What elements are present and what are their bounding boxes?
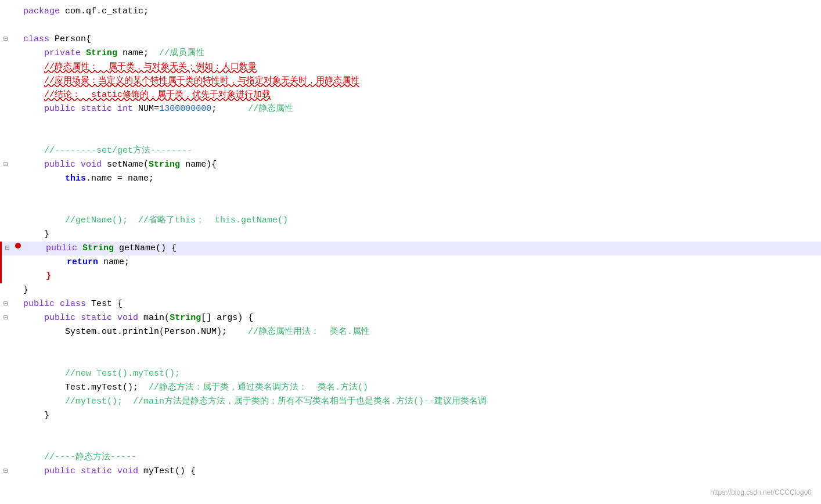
code-9 [21,116,821,130]
gutter-4 [0,46,12,48]
code-27: //new Test().myTest(); [21,367,821,381]
code-15 [21,200,821,214]
code-11: //--------set/get方法-------- [21,144,821,158]
line-5: //静态属性： 属于类，与对象无关；例如：人口数量 [0,60,821,74]
gutter-34: ⊟ [0,465,12,478]
gutter-29 [0,395,12,396]
line-23: ⊟ public static void main(String[] args)… [0,311,821,325]
gutter-30 [0,409,12,410]
line-6: //应用场景：当定义的某个特性属于类的特性时，与指定对象无关时，用静态属性 [0,74,821,88]
gutter-24 [0,325,12,326]
gutter-21 [0,283,12,285]
gutter-2 [0,19,12,20]
gutter-6 [0,74,12,75]
line-2 [0,19,821,33]
code-13: this.name = name; [21,172,821,186]
line-17: } [0,228,821,242]
code-33: //----静态方法----- [21,451,821,465]
watermark: https://blog.csdn.net/CCCClogo0 [710,487,812,498]
gutter-28 [0,381,12,382]
line-33: //----静态方法----- [0,451,821,465]
line-14 [0,186,821,200]
code-17: } [21,228,821,242]
line-27: //new Test().myTest(); [0,367,821,381]
code-24: System.out.println(Person.NUM); //静态属性用法… [21,325,821,339]
gutter-9 [0,116,12,117]
gutter-23: ⊟ [0,311,12,325]
line-28: Test.myTest(); //静态方法：属于类，通过类名调方法： 类名.方法… [0,381,821,395]
line-7: //结论： static修饰的，属于类，优先于对象进行加载 [0,88,821,102]
gutter-7 [0,88,12,89]
gutter-31 [0,423,12,424]
line-24: System.out.println(Person.NUM); //静态属性用法… [0,325,821,339]
line-12: ⊟ public void setName(String name){ [0,158,821,172]
line-9 [0,116,821,130]
gutter-10 [0,130,12,131]
gutter-11 [0,144,12,145]
code-25 [21,339,821,353]
code-2 [21,19,821,33]
code-3: class Person{ [21,33,821,46]
gutter-27 [0,367,12,368]
line-1: package com.qf.c_static; [0,5,821,19]
gutter-12: ⊟ [0,158,12,171]
code-31 [21,423,821,437]
line-16: //getName(); //省略了this； this.getName() [0,214,821,228]
line-13: this.name = name; [0,172,821,186]
line-29: //myTest(); //main方法是静态方法，属于类的；所有不写类名相当于… [0,395,821,409]
line-21: } [0,283,821,297]
code-editor: package com.qf.c_static; ⊟ class Person{… [0,0,821,504]
line-4: private String name; //成员属性 [0,46,821,60]
line-31 [0,423,821,437]
line-22: ⊟ public class Test { [0,297,821,311]
code-8: public static int NUM=1300000000; //静态属性 [21,102,821,116]
gutter-8 [0,102,12,103]
code-28: Test.myTest(); //静态方法：属于类，通过类名调方法： 类名.方法… [21,381,821,395]
line-20: } [0,269,821,283]
line-8: public static int NUM=1300000000; //静态属性 [0,102,821,116]
code-5: //静态属性： 属于类，与对象无关；例如：人口数量 [21,60,821,74]
line-3: ⊟ class Person{ [0,33,821,46]
gutter-3: ⊟ [0,33,12,46]
line-25 [0,339,821,353]
gutter-14 [0,186,12,187]
code-21: } [21,283,821,297]
line-18: ⊟ public String getName() { [0,242,821,255]
gutter-18: ⊟ [2,242,13,255]
gutter-5 [0,60,12,62]
code-23: public static void main(String[] args) { [21,311,821,325]
gutter-22: ⊟ [0,297,12,311]
line-10 [0,130,821,144]
fold-18[interactable] [13,242,23,249]
gutter-16 [0,214,12,215]
gutter-26 [0,353,12,354]
line-30: } [0,409,821,423]
line-19: return name; [0,255,821,269]
gutter-20 [2,269,13,271]
gutter-19 [2,255,13,257]
code-1: package com.qf.c_static; [21,5,821,19]
code-34: public static void myTest() { [21,465,821,478]
line-11: //--------set/get方法-------- [0,144,821,158]
code-30: } [21,409,821,423]
code-10 [21,130,821,144]
code-16: //getName(); //省略了this； this.getName() [21,214,821,228]
gutter-32 [0,437,12,438]
code-18: public String getName() { [23,242,821,255]
line-15 [0,200,821,214]
code-22: public class Test { [21,297,821,311]
gutter-13 [0,172,12,173]
code-26 [21,353,821,367]
code-14 [21,186,821,200]
code-20: } [23,269,821,283]
code-32 [21,437,821,451]
gutter-1 [0,5,12,6]
gutter-33 [0,451,12,452]
code-29: //myTest(); //main方法是静态方法，属于类的；所有不写类名相当于… [21,395,821,409]
code-4: private String name; //成员属性 [21,46,821,60]
line-32 [0,437,821,451]
line-34: ⊟ public static void myTest() { [0,465,821,478]
code-12: public void setName(String name){ [21,158,821,172]
gutter-25 [0,339,12,340]
line-26 [0,353,821,367]
